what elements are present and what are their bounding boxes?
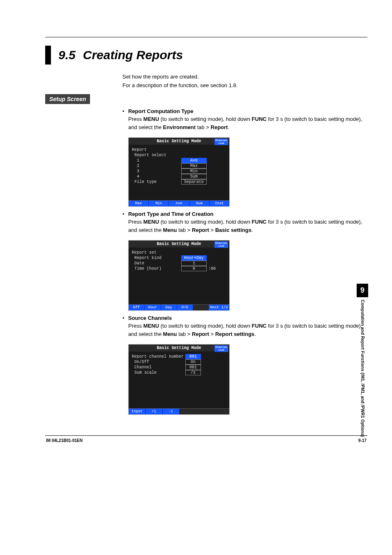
softkey-gap — [196, 409, 212, 414]
field-max: Max — [181, 163, 207, 169]
intro-line-1: Set how the reports are created. — [122, 73, 367, 81]
chapter-number: 9 — [357, 284, 368, 297]
softkey-gap — [193, 305, 209, 310]
bullet-icon: • — [122, 108, 128, 114]
ethernet-link-icon: Ethernet Link — [214, 139, 228, 145]
screen-body: Report Report select 1Ave 2Max 3Min 4Sum… — [129, 145, 229, 200]
softkey-off: Off — [129, 305, 145, 310]
section-source-channels: •Source Channels Press MENU (to switch t… — [122, 315, 367, 338]
softkey-plus1: +1 — [145, 409, 162, 414]
bullet-icon: • — [122, 315, 128, 321]
softkey-row: Input +1 -1 — [129, 408, 229, 414]
intro-block: Set how the reports are created. For a d… — [122, 73, 367, 90]
screenshot-2: Basic Setting Mode Ethernet Link Report … — [128, 240, 230, 311]
section-title: 9.5Creating Reports — [58, 46, 183, 65]
softkey-gap — [213, 409, 229, 414]
ethernet-link-icon: Ethernet Link — [214, 241, 228, 248]
field-filetype: Separate — [181, 179, 207, 185]
field-sum: Sum — [181, 174, 207, 179]
bullet-icon: • — [122, 211, 128, 217]
screen-body: Report set Report kindHour+Day Date1 Tim… — [129, 247, 229, 304]
softkey-input: Input — [129, 409, 145, 414]
field-report-kind: Hour+Day — [181, 255, 207, 261]
screen-title: Basic Setting Mode Ethernet Link — [129, 345, 229, 352]
intro-line-2: For a description of the function, see s… — [122, 81, 367, 90]
footer-right: 9-17 — [358, 438, 367, 443]
bullet-heading: Report Computation Type — [128, 108, 194, 114]
bullet-heading: Report Type and Time of Creation — [128, 211, 214, 217]
field-time-hour: 0 — [181, 266, 207, 271]
field-ave: Ave — [181, 158, 207, 163]
bottom-rule — [45, 435, 367, 436]
instruction-text-2: Press MENU (to switch to setting mode), … — [128, 218, 367, 234]
field-onoff: On — [185, 359, 201, 365]
field-channel: 001 — [185, 365, 201, 370]
top-rule — [45, 37, 367, 37]
instruction-text-3: Press MENU (to switch to setting mode), … — [128, 322, 367, 338]
bullet-heading: Source Channels — [128, 315, 172, 321]
softkey-gap — [180, 409, 196, 414]
softkey-max: Max — [129, 201, 149, 206]
section-report-type-time: •Report Type and Time of Creation Press … — [122, 211, 367, 234]
field-report-channel-number: R01 — [185, 354, 201, 359]
softkey-hd: H+D — [177, 305, 193, 310]
footer-left: IM 04L21B01-01EN — [46, 438, 83, 443]
screen-body: Report channel numberR01 On/OffOn Channe… — [129, 352, 229, 408]
field-date: 1 — [181, 261, 207, 266]
softkey-ave: Ave — [169, 201, 189, 206]
ethernet-link-icon: Ethernet Link — [214, 345, 228, 352]
page-footer: IM 04L21B01-01EN 9-17 — [45, 438, 367, 443]
section-heading: 9.5Creating Reports — [45, 46, 367, 65]
softkey-day: Day — [161, 305, 177, 310]
softkey-row: Max Min Ave Sum Inst — [129, 200, 229, 206]
screenshot-1: Basic Setting Mode Ethernet Link Report … — [128, 137, 230, 207]
instruction-text-1: Press MENU (to switch to setting mode), … — [128, 115, 367, 132]
softkey-hour: Hour — [145, 305, 161, 310]
section-report-computation-type: •Report Computation Type Press MENU (to … — [122, 108, 367, 132]
softkey-next: Next 1/2 — [209, 305, 229, 310]
field-min: Min — [181, 169, 207, 174]
title-bar — [45, 46, 51, 65]
screenshot-3: Basic Setting Mode Ethernet Link Report … — [128, 344, 230, 415]
setup-screen-label: Setup Screen — [45, 94, 90, 104]
section-title-text: Creating Reports — [83, 48, 183, 62]
chapter-label: Computation and Report Functions (/M1, /… — [360, 300, 365, 437]
softkey-row: Off Hour Day H+D Next 1/2 — [129, 304, 229, 310]
softkey-min: Min — [149, 201, 169, 206]
softkey-minus1: -1 — [163, 409, 180, 414]
chapter-side-tab: 9 Computation and Report Functions (/M1,… — [357, 284, 368, 437]
screen-title: Basic Setting Mode Ethernet Link — [129, 138, 229, 145]
field-sum-scale: /s — [185, 370, 201, 375]
softkey-sum: Sum — [189, 201, 210, 206]
softkey-inst: Inst — [210, 201, 229, 206]
section-number: 9.5 — [58, 48, 76, 62]
screen-title: Basic Setting Mode Ethernet Link — [129, 240, 229, 247]
